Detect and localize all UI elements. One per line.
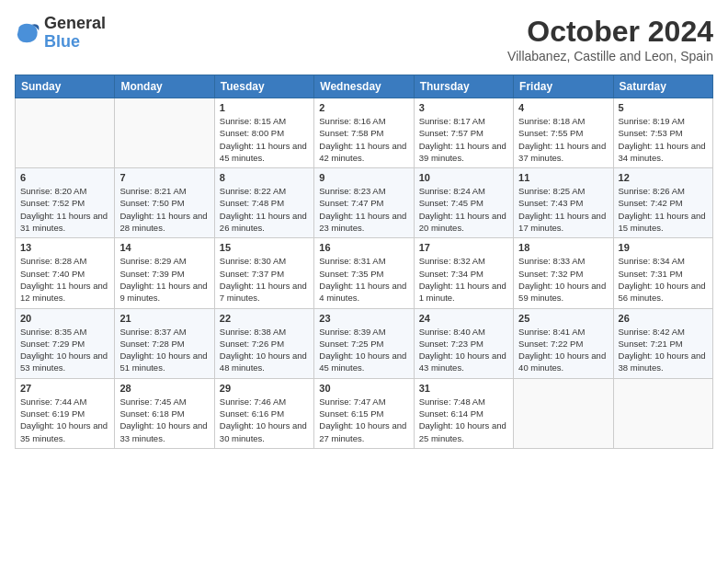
day-info: Sunrise: 8:20 AM Sunset: 7:52 PM Dayligh… [20, 185, 109, 234]
day-number: 19 [619, 242, 708, 253]
calendar-cell: 24Sunrise: 8:40 AM Sunset: 7:23 PM Dayli… [414, 308, 513, 378]
calendar-cell: 29Sunrise: 7:46 AM Sunset: 6:16 PM Dayli… [214, 378, 313, 448]
calendar-cell: 27Sunrise: 7:44 AM Sunset: 6:19 PM Dayli… [16, 378, 115, 448]
day-number: 15 [220, 242, 309, 253]
day-number: 4 [518, 102, 608, 113]
calendar-week-2: 6Sunrise: 8:20 AM Sunset: 7:52 PM Daylig… [16, 168, 713, 238]
calendar-header-sunday: Sunday [16, 75, 115, 98]
day-info: Sunrise: 8:21 AM Sunset: 7:50 PM Dayligh… [119, 185, 209, 234]
calendar-cell: 16Sunrise: 8:31 AM Sunset: 7:35 PM Dayli… [314, 238, 414, 308]
day-info: Sunrise: 8:17 AM Sunset: 7:57 PM Dayligh… [419, 115, 508, 164]
calendar-week-5: 27Sunrise: 7:44 AM Sunset: 6:19 PM Dayli… [16, 378, 713, 448]
calendar-cell: 2Sunrise: 8:16 AM Sunset: 7:58 PM Daylig… [314, 98, 414, 168]
calendar-cell: 22Sunrise: 8:38 AM Sunset: 7:26 PM Dayli… [214, 308, 313, 378]
calendar-cell: 15Sunrise: 8:30 AM Sunset: 7:37 PM Dayli… [214, 238, 313, 308]
logo-icon [15, 20, 40, 46]
day-number: 27 [20, 383, 109, 394]
calendar-cell: 31Sunrise: 7:48 AM Sunset: 6:14 PM Dayli… [414, 378, 513, 448]
day-number: 18 [518, 242, 608, 253]
day-info: Sunrise: 8:24 AM Sunset: 7:45 PM Dayligh… [419, 185, 508, 234]
calendar-cell: 4Sunrise: 8:18 AM Sunset: 7:55 PM Daylig… [514, 98, 613, 168]
calendar-cell: 20Sunrise: 8:35 AM Sunset: 7:29 PM Dayli… [16, 308, 115, 378]
day-info: Sunrise: 8:22 AM Sunset: 7:48 PM Dayligh… [220, 185, 309, 234]
day-info: Sunrise: 8:37 AM Sunset: 7:28 PM Dayligh… [119, 326, 209, 374]
page-subtitle: Villabanez, Castille and Leon, Spain [507, 49, 713, 63]
day-number: 14 [119, 242, 209, 253]
calendar-body: 1Sunrise: 8:15 AM Sunset: 8:00 PM Daylig… [16, 98, 713, 449]
day-info: Sunrise: 8:34 AM Sunset: 7:31 PM Dayligh… [619, 255, 708, 304]
calendar-cell: 9Sunrise: 8:23 AM Sunset: 7:47 PM Daylig… [314, 168, 414, 238]
day-info: Sunrise: 8:15 AM Sunset: 8:00 PM Dayligh… [220, 115, 309, 164]
calendar-cell [16, 98, 115, 168]
calendar-cell [115, 98, 214, 168]
calendar-cell: 7Sunrise: 8:21 AM Sunset: 7:50 PM Daylig… [115, 168, 214, 238]
day-info: Sunrise: 8:35 AM Sunset: 7:29 PM Dayligh… [20, 326, 109, 374]
calendar-cell [514, 378, 613, 448]
calendar-cell: 30Sunrise: 7:47 AM Sunset: 6:15 PM Dayli… [314, 378, 414, 448]
calendar-header-row: SundayMondayTuesdayWednesdayThursdayFrid… [16, 75, 713, 98]
day-number: 26 [619, 313, 708, 324]
calendar-cell: 28Sunrise: 7:45 AM Sunset: 6:18 PM Dayli… [115, 378, 214, 448]
title-area: October 2024 Villabanez, Castille and Le… [507, 15, 713, 63]
calendar-header-wednesday: Wednesday [314, 75, 414, 98]
day-number: 11 [518, 172, 608, 183]
day-number: 1 [220, 102, 309, 113]
day-info: Sunrise: 7:45 AM Sunset: 6:18 PM Dayligh… [119, 396, 209, 444]
day-number: 31 [419, 383, 508, 394]
calendar-header-tuesday: Tuesday [214, 75, 313, 98]
day-info: Sunrise: 8:26 AM Sunset: 7:42 PM Dayligh… [619, 185, 708, 234]
logo-line1: General [44, 15, 106, 33]
day-info: Sunrise: 8:18 AM Sunset: 7:55 PM Dayligh… [518, 115, 608, 164]
day-number: 22 [220, 313, 309, 324]
calendar-week-3: 13Sunrise: 8:28 AM Sunset: 7:40 PM Dayli… [16, 238, 713, 308]
day-number: 8 [220, 172, 309, 183]
day-info: Sunrise: 8:25 AM Sunset: 7:43 PM Dayligh… [518, 185, 608, 234]
page-title: October 2024 [507, 15, 713, 49]
logo-line2: Blue [44, 33, 106, 52]
calendar-cell: 18Sunrise: 8:33 AM Sunset: 7:32 PM Dayli… [514, 238, 613, 308]
calendar-cell: 1Sunrise: 8:15 AM Sunset: 8:00 PM Daylig… [214, 98, 313, 168]
calendar-cell: 19Sunrise: 8:34 AM Sunset: 7:31 PM Dayli… [613, 238, 712, 308]
day-info: Sunrise: 8:42 AM Sunset: 7:21 PM Dayligh… [619, 326, 708, 374]
day-number: 2 [319, 102, 408, 113]
day-number: 24 [419, 313, 508, 324]
day-info: Sunrise: 8:41 AM Sunset: 7:22 PM Dayligh… [518, 326, 608, 374]
day-info: Sunrise: 8:31 AM Sunset: 7:35 PM Dayligh… [319, 255, 408, 304]
calendar-cell: 6Sunrise: 8:20 AM Sunset: 7:52 PM Daylig… [16, 168, 115, 238]
day-info: Sunrise: 8:40 AM Sunset: 7:23 PM Dayligh… [419, 326, 508, 374]
calendar-table: SundayMondayTuesdayWednesdayThursdayFrid… [15, 75, 713, 449]
day-info: Sunrise: 8:16 AM Sunset: 7:58 PM Dayligh… [319, 115, 408, 164]
day-info: Sunrise: 7:46 AM Sunset: 6:16 PM Dayligh… [220, 396, 309, 444]
calendar-cell: 8Sunrise: 8:22 AM Sunset: 7:48 PM Daylig… [214, 168, 313, 238]
day-info: Sunrise: 8:32 AM Sunset: 7:34 PM Dayligh… [419, 255, 508, 304]
day-info: Sunrise: 7:47 AM Sunset: 6:15 PM Dayligh… [319, 396, 408, 444]
calendar-cell: 12Sunrise: 8:26 AM Sunset: 7:42 PM Dayli… [613, 168, 712, 238]
day-info: Sunrise: 8:30 AM Sunset: 7:37 PM Dayligh… [220, 255, 309, 304]
calendar-cell: 26Sunrise: 8:42 AM Sunset: 7:21 PM Dayli… [613, 308, 712, 378]
calendar-cell: 17Sunrise: 8:32 AM Sunset: 7:34 PM Dayli… [414, 238, 513, 308]
day-number: 21 [119, 313, 209, 324]
calendar-header-thursday: Thursday [414, 75, 513, 98]
day-number: 29 [220, 383, 309, 394]
calendar-week-1: 1Sunrise: 8:15 AM Sunset: 8:00 PM Daylig… [16, 98, 713, 168]
calendar-cell: 21Sunrise: 8:37 AM Sunset: 7:28 PM Dayli… [115, 308, 214, 378]
calendar-cell: 23Sunrise: 8:39 AM Sunset: 7:25 PM Dayli… [314, 308, 414, 378]
day-info: Sunrise: 8:28 AM Sunset: 7:40 PM Dayligh… [20, 255, 109, 304]
calendar-header-saturday: Saturday [613, 75, 712, 98]
day-info: Sunrise: 8:38 AM Sunset: 7:26 PM Dayligh… [220, 326, 309, 374]
day-number: 13 [20, 242, 109, 253]
day-number: 30 [319, 383, 408, 394]
day-info: Sunrise: 8:19 AM Sunset: 7:53 PM Dayligh… [619, 115, 708, 164]
calendar-cell: 10Sunrise: 8:24 AM Sunset: 7:45 PM Dayli… [414, 168, 513, 238]
day-number: 7 [119, 172, 209, 183]
day-number: 20 [20, 313, 109, 324]
day-number: 23 [319, 313, 408, 324]
page-header: General Blue October 2024 Villabanez, Ca… [15, 15, 713, 63]
day-number: 16 [319, 242, 408, 253]
calendar-cell: 11Sunrise: 8:25 AM Sunset: 7:43 PM Dayli… [514, 168, 613, 238]
calendar-week-4: 20Sunrise: 8:35 AM Sunset: 7:29 PM Dayli… [16, 308, 713, 378]
calendar-cell: 25Sunrise: 8:41 AM Sunset: 7:22 PM Dayli… [514, 308, 613, 378]
day-number: 9 [319, 172, 408, 183]
calendar-cell: 13Sunrise: 8:28 AM Sunset: 7:40 PM Dayli… [16, 238, 115, 308]
calendar-header-monday: Monday [115, 75, 214, 98]
